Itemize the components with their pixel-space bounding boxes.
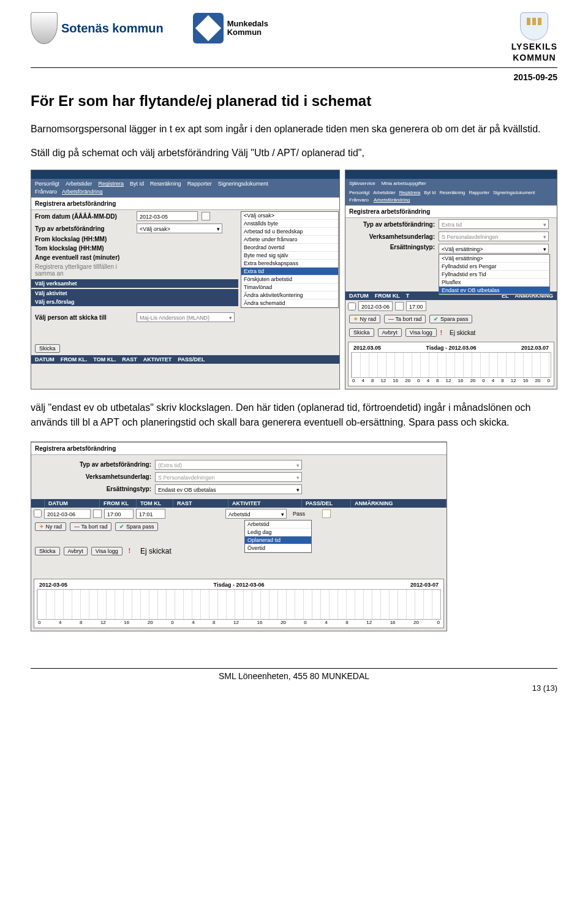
inp-from-datum[interactable]: 2012-03-05 bbox=[137, 211, 198, 221]
paragraph-3: välj "endast ev ob utbetalas" skriv kloc… bbox=[31, 400, 557, 429]
tab-signering[interactable]: Signeringsdokument bbox=[218, 181, 268, 187]
ers-opt-1[interactable]: Fyllnadstid ers Pengar bbox=[439, 263, 549, 271]
btn-skicka[interactable]: Skicka bbox=[349, 328, 374, 337]
bbtn-ny[interactable]: ✦ Ny rad bbox=[35, 522, 66, 531]
rtab-rap[interactable]: Rapporter bbox=[469, 190, 489, 195]
subtab-franvaro[interactable]: Frånvaro bbox=[35, 189, 57, 195]
opt-extra[interactable]: Extra tid bbox=[241, 268, 338, 276]
akt-opt-1[interactable]: Ledig dag bbox=[245, 528, 311, 536]
opt-tim[interactable]: Timavlönad bbox=[241, 284, 338, 291]
btn-avbryt[interactable]: Avbryt bbox=[378, 328, 402, 337]
lysekil-crest-icon bbox=[520, 12, 548, 40]
plus-icon: ✦ bbox=[353, 316, 358, 322]
brow-check[interactable] bbox=[34, 509, 42, 517]
calendar-icon[interactable] bbox=[93, 509, 102, 518]
bbtn-spara[interactable]: ✔ Spara pass bbox=[115, 522, 158, 531]
plus-icon: ✦ bbox=[39, 524, 44, 530]
bsel-verk[interactable]: S Personalavdelningen bbox=[155, 472, 302, 482]
rtab-byt[interactable]: Byt Id bbox=[424, 190, 435, 195]
rth-datum: DATUM bbox=[349, 293, 369, 299]
bchart-body bbox=[37, 589, 441, 620]
rsubtab-fran[interactable]: Frånvaro bbox=[349, 197, 369, 203]
ers-opt-2[interactable]: Fyllnadstid ers Tid bbox=[439, 271, 549, 279]
opt-extrab[interactable]: Extra beredskapspass bbox=[241, 260, 338, 268]
bsel-ers[interactable]: Endast ev OB utbetalas bbox=[155, 484, 302, 494]
rsel-verk[interactable]: S Personalavdelningen bbox=[439, 231, 549, 241]
bth-akt: AKTIVITET bbox=[228, 499, 302, 508]
tab-mina[interactable]: Mina arbetsuppgifter bbox=[382, 181, 426, 186]
footer-line: SML Löneenheten, 455 80 MUNKEDAL bbox=[31, 671, 557, 681]
opt-andra2[interactable]: Ändra schematid bbox=[241, 299, 338, 307]
opt-anst[interactable]: Anställds byte bbox=[241, 220, 338, 228]
bcell-tom[interactable]: 17:01 bbox=[136, 509, 165, 519]
tab-registrera[interactable]: Registrera bbox=[99, 181, 124, 187]
opt-andra1[interactable]: Ändra aktivitet/kontering bbox=[241, 291, 338, 299]
chart-axis: 0481216200481216200481216200 bbox=[351, 378, 551, 383]
tab-reserakning[interactable]: Reseräkning bbox=[150, 181, 181, 187]
sel-typ[interactable]: <Välj orsak> bbox=[137, 224, 222, 233]
btn-ta[interactable]: — Ta bort rad bbox=[384, 315, 426, 323]
btn-ny[interactable]: ✦ Ny rad bbox=[349, 315, 380, 323]
rlbl-typ: Typ av arbetsförändring: bbox=[349, 221, 435, 228]
opt-byte[interactable]: Byte med sig själv bbox=[241, 252, 338, 260]
big-btns1: ✦ Ny rad — Ta bort rad ✔ Spara pass bbox=[31, 520, 447, 533]
bbtn-visa[interactable]: Visa logg bbox=[91, 547, 123, 555]
akt-opt-3[interactable]: Övertid bbox=[245, 544, 311, 552]
tab-arbetstider[interactable]: Arbetstider bbox=[66, 181, 92, 187]
sotenas-text: Sotenäs kommun bbox=[61, 21, 164, 36]
bbtn-ta[interactable]: — Ta bort rad bbox=[70, 522, 111, 531]
bcell-from[interactable]: 17:00 bbox=[104, 509, 134, 519]
cell-from[interactable]: 17:00 bbox=[406, 301, 426, 311]
ers-opt-4[interactable]: Endast ev OB utbetalas bbox=[439, 287, 549, 295]
cell-date[interactable]: 2012-03-06 bbox=[358, 301, 393, 311]
calendar-icon[interactable] bbox=[395, 302, 404, 310]
opt-arbtid[interactable]: Arbetad tid u Beredskap bbox=[241, 228, 338, 236]
bsel-typ[interactable]: (Extra tid) bbox=[155, 460, 302, 470]
btn-spara[interactable]: ✔ Spara pass bbox=[429, 315, 472, 323]
blbl-verk: Verksamhetsunderlag: bbox=[35, 473, 151, 480]
screenshot-pair: Personligt Arbetstider Registrera Byt Id… bbox=[31, 170, 557, 389]
rtab-pers[interactable]: Personligt bbox=[349, 190, 369, 195]
row-checkbox[interactable] bbox=[348, 303, 356, 310]
rsubtab-arb[interactable]: Arbetsförändring bbox=[374, 197, 410, 203]
ers-opt-0[interactable]: <Välj ersättning> bbox=[439, 255, 549, 263]
rtab-res[interactable]: Reseräkning bbox=[439, 190, 465, 195]
btn-visa[interactable]: Visa logg bbox=[405, 328, 437, 337]
rsel-ers[interactable]: <Välj ersättning> bbox=[439, 244, 549, 254]
ej-skickat: Ej skickat bbox=[446, 329, 475, 336]
tab-bytid[interactable]: Byt Id bbox=[130, 181, 144, 187]
bbtn-avbryt[interactable]: Avbryt bbox=[64, 547, 88, 555]
minus-icon: — bbox=[74, 524, 80, 530]
tab-sjalv[interactable]: Självservice bbox=[349, 181, 375, 186]
opt-beord[interactable]: Beordrad övertid bbox=[241, 244, 338, 252]
ers-opt-3[interactable]: Plusflex bbox=[439, 279, 549, 287]
tab-personligt[interactable]: Personligt bbox=[35, 181, 59, 187]
bsel-akt[interactable]: Arbetstid bbox=[225, 509, 287, 519]
rsel-typ[interactable]: Extra tid bbox=[439, 219, 549, 229]
akt-opt-0[interactable]: Arbetstid bbox=[245, 521, 311, 528]
bcell-date[interactable]: 2012-03-06 bbox=[44, 509, 91, 519]
btn-skicka-left[interactable]: Skicka bbox=[35, 344, 60, 353]
opt-valj[interactable]: <Välj orsak> bbox=[241, 212, 338, 220]
tab-rapporter[interactable]: Rapporter bbox=[187, 181, 212, 187]
big-heading: Registrera arbetsförändring bbox=[31, 442, 447, 455]
note-icon[interactable] bbox=[322, 509, 331, 518]
lbl-rast: Ange eventuell rast (minuter) bbox=[35, 254, 133, 261]
bchart-axis: 0481216200481216200481216200 bbox=[37, 620, 441, 625]
bbtn-skicka[interactable]: Skicka bbox=[35, 547, 60, 555]
right-subtabs: Frånvaro Arbetsförändring bbox=[345, 197, 557, 205]
rtab-arb[interactable]: Arbetstider bbox=[373, 190, 395, 195]
aktivitet-dropdown[interactable]: Arbetstid Ledig dag Oplanerad tid Överti… bbox=[244, 520, 312, 553]
calendar-icon[interactable] bbox=[202, 212, 210, 220]
subtab-arbetsforandring[interactable]: Arbetsförändring bbox=[62, 189, 103, 195]
opt-forsk[interactable]: Förskjuten arbetstid bbox=[241, 276, 338, 284]
th-akt: AKTIVITET bbox=[143, 356, 172, 363]
opt-arbfran[interactable]: Arbete under frånvaro bbox=[241, 236, 338, 244]
chart-d2: Tisdag - 2012.03.06 bbox=[426, 345, 477, 351]
sel-person[interactable]: Maj-Lis Andersson (MLAND) bbox=[137, 312, 235, 322]
typ-dropdown[interactable]: <Välj orsak> Anställds byte Arbetad tid … bbox=[241, 211, 339, 308]
rtab-reg[interactable]: Registrera bbox=[399, 190, 421, 195]
rtab-sig[interactable]: Signeringsdokument bbox=[493, 190, 535, 195]
akt-opt-2[interactable]: Oplanerad tid bbox=[245, 536, 311, 544]
ers-dropdown[interactable]: <Välj ersättning> Fyllnadstid ers Pengar… bbox=[439, 254, 550, 295]
